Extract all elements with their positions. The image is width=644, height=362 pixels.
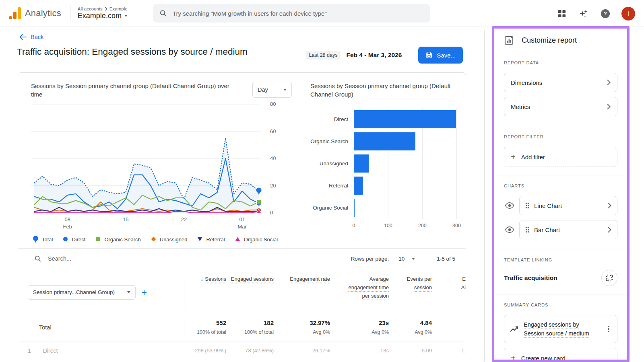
legend-item[interactable]: Direct xyxy=(62,236,85,243)
template-name: Traffic acquisition xyxy=(504,274,557,282)
legend-item[interactable]: Organic Search xyxy=(95,236,140,243)
visibility-eye-icon[interactable] xyxy=(504,224,515,235)
series-total-area xyxy=(34,138,259,213)
unlink-button[interactable] xyxy=(601,270,617,286)
legend-marker-icon xyxy=(151,236,157,243)
column-header-sessions[interactable]: ↓Sessions xyxy=(184,275,227,310)
column-header-clipped[interactable]: E Al xyxy=(433,275,466,310)
bar-category-label: Organic Search xyxy=(310,130,354,152)
y-tick-label: 0 xyxy=(270,210,273,216)
more-options-icon[interactable] xyxy=(605,326,612,333)
x-tick-label: 15 xyxy=(123,216,128,222)
legend-item[interactable]: Unassigned xyxy=(151,236,188,243)
divider xyxy=(410,49,410,61)
line-chart-config-item[interactable]: Line Chart xyxy=(519,196,617,215)
table-search-icon xyxy=(34,255,41,262)
top-app-bar: Analytics All accounts Example Example.c… xyxy=(0,0,644,27)
search-icon xyxy=(159,9,167,17)
rows-per-page-label: Rows per page: xyxy=(351,256,389,262)
bar-category-label: Organic Social xyxy=(310,197,354,219)
y-tick-label: 60 xyxy=(270,128,276,134)
report-card: Sessions by Session primary channel grou… xyxy=(18,72,466,362)
column-header-engaged-sessions[interactable]: Engaged sessions xyxy=(227,275,275,310)
plus-icon: + xyxy=(511,354,516,362)
add-filter-button[interactable]: + Add filter xyxy=(504,147,617,167)
row-rank: 1 xyxy=(28,348,31,360)
trend-line-icon xyxy=(510,325,519,333)
legend-marker-icon xyxy=(95,236,101,243)
account-switcher[interactable]: All accounts Example Example.com xyxy=(78,6,128,20)
chevron-down-icon xyxy=(283,89,287,91)
chevron-right-icon xyxy=(608,227,611,232)
interval-select[interactable]: Day xyxy=(252,82,292,98)
template-linking-section: TEMPLATE LINKING Traffic acquisition xyxy=(494,249,627,294)
gemini-sparkle-icon[interactable] xyxy=(578,8,589,19)
table-search-input[interactable] xyxy=(48,255,345,262)
legend-item[interactable]: Organic Social xyxy=(235,236,278,243)
legend-item[interactable]: Referral xyxy=(197,236,225,243)
bar[interactable] xyxy=(354,154,369,173)
bar[interactable] xyxy=(354,110,456,128)
help-icon[interactable]: ? xyxy=(600,8,611,19)
legend-marker-icon xyxy=(235,236,241,243)
dimension-select[interactable]: Session primary...Channel Group) xyxy=(28,285,136,300)
save-button[interactable]: Save... xyxy=(418,47,463,64)
chevron-right-icon xyxy=(105,7,107,11)
x-tick-label: Feb xyxy=(63,224,72,230)
create-new-card-button[interactable]: + Create new card xyxy=(504,348,617,362)
date-range-selector[interactable]: Feb 4 - Mar 3, 2026 xyxy=(346,51,402,59)
line-chart-title: Sessions by Session primary channel grou… xyxy=(31,82,232,99)
row-dimension-value: Direct xyxy=(43,348,58,360)
add-dimension-button[interactable]: + xyxy=(141,288,147,297)
table-row[interactable]: 1 Direct 298 (53.99%) 78 (42.86%) 26.17%… xyxy=(18,341,466,360)
drag-handle-icon[interactable] xyxy=(525,226,529,233)
line-chart: 02040608008Feb152201Mar xyxy=(31,99,292,234)
column-header-avg-engagement-time[interactable]: Average engagement time per session xyxy=(331,275,390,310)
section-label: CHARTS xyxy=(504,183,524,190)
dimensions-button[interactable]: Dimensions xyxy=(504,73,617,92)
bar[interactable] xyxy=(354,132,415,150)
section-label: REPORT DATA xyxy=(504,60,539,67)
y-tick-label: 20 xyxy=(270,183,276,189)
back-button[interactable]: Back xyxy=(19,34,43,40)
summary-cards-section: SUMMARY CARDS Engaged sessions by Sessio… xyxy=(494,294,627,362)
page-title: Traffic acquisition: Engaged sessions by… xyxy=(17,47,248,57)
bar[interactable] xyxy=(354,177,363,195)
save-icon xyxy=(425,51,433,59)
table-header-row: Session primary...Channel Group) + ↓Sess… xyxy=(18,269,466,314)
report-main-area: Back Traffic acquisition: Engaged sessio… xyxy=(0,27,487,362)
table-totals-row: Total 552100% of total 182100% of total … xyxy=(18,314,466,341)
content-panel-divider xyxy=(484,30,485,362)
bar-category-label: Referral xyxy=(310,175,354,197)
divider xyxy=(70,5,70,21)
line-chart-svg: 02040608008Feb152201Mar xyxy=(31,99,292,234)
section-label: TEMPLATE LINKING xyxy=(504,257,552,264)
pagination-range: 1-5 of 5 xyxy=(437,256,455,262)
property-selector[interactable]: Example.com xyxy=(78,12,128,20)
bar-category-label: Unassigned xyxy=(310,152,354,175)
bar-chart-config-item[interactable]: Bar Chart xyxy=(519,220,617,239)
x-tick-label: 08 xyxy=(64,216,70,222)
column-header-engagement-rate[interactable]: Engagement rate xyxy=(275,275,331,310)
chevron-down-icon xyxy=(127,291,130,293)
metrics-button[interactable]: Metrics xyxy=(504,97,617,116)
legend-item[interactable]: Total xyxy=(33,236,53,243)
summary-card-item[interactable]: Engaged sessions by Session source / med… xyxy=(504,315,617,343)
total-engaged-sessions: 182 xyxy=(227,319,274,326)
analytics-logo-icon[interactable] xyxy=(9,7,21,19)
charts-section: CHARTS Line Chart Bar Chart xyxy=(494,175,627,249)
rows-per-page-select[interactable]: 10 xyxy=(398,256,415,262)
search-input[interactable] xyxy=(173,10,423,17)
visibility-eye-icon[interactable] xyxy=(504,200,515,211)
global-search[interactable] xyxy=(153,4,430,23)
date-preset-chip: Last 28 days xyxy=(306,51,341,60)
bar-chart: DirectOrganic SearchUnassignedReferralOr… xyxy=(310,108,460,228)
section-label: REPORT FILTER xyxy=(504,134,544,141)
apps-grid-icon[interactable] xyxy=(556,8,568,19)
bar[interactable] xyxy=(354,199,355,217)
avatar[interactable]: I xyxy=(621,7,635,21)
column-header-events-per-session[interactable]: Events per session xyxy=(390,275,433,310)
drag-handle-icon[interactable] xyxy=(525,202,529,209)
total-sessions: 552 xyxy=(184,319,226,326)
x-tick-label: 100 xyxy=(384,223,392,228)
